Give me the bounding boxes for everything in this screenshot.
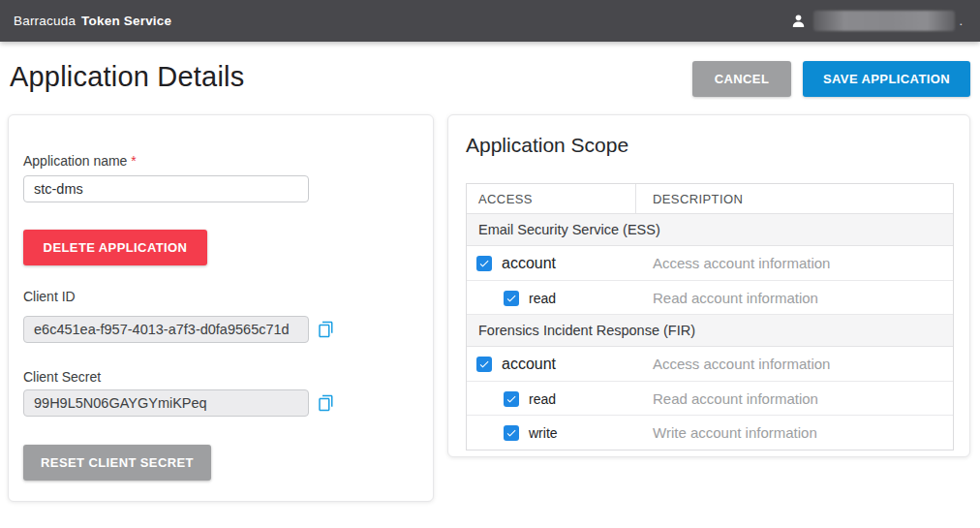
topbar: Barracuda Token Service . — [0, 0, 980, 42]
user-name-redacted — [813, 11, 955, 31]
checkmark-icon — [478, 258, 490, 269]
scope-row-description: Access account information — [636, 347, 953, 381]
scope-checkbox[interactable] — [504, 425, 519, 441]
client-id-input — [23, 316, 309, 343]
description-column-header-text: DESCRIPTION — [653, 192, 743, 206]
scope-section-label: Forensics Incident Response (FIR) — [478, 323, 695, 338]
scope-row-access-cell: account — [467, 347, 636, 381]
scope-row-description: Access account information — [636, 246, 953, 280]
product-name: Token Service — [81, 14, 171, 28]
scope-title: Application Scope — [466, 134, 628, 157]
scope-row-label: read — [529, 291, 556, 306]
scope-checkbox[interactable] — [504, 291, 519, 306]
checkmark-icon — [505, 293, 517, 304]
scope-row: read Read account information — [467, 281, 953, 315]
application-scope-card: Application Scope ACCESS DESCRIPTION Ema… — [447, 114, 970, 457]
scope-row: account Access account information — [467, 246, 953, 281]
scope-row: read Read account information — [467, 382, 953, 416]
user-name-suffix: . — [959, 14, 963, 28]
scope-row-access-cell: read — [467, 281, 636, 315]
copy-client-secret-button[interactable] — [317, 392, 336, 414]
reset-client-secret-button[interactable]: RESET CLIENT SECRET — [23, 445, 211, 481]
scope-row-access-cell: account — [467, 246, 636, 280]
cancel-button[interactable]: CANCEL — [692, 61, 791, 97]
scope-row-label: account — [502, 356, 556, 373]
description-column-header: DESCRIPTION — [636, 184, 953, 213]
scope-row-description: Read account information — [636, 382, 953, 415]
copy-client-id-button[interactable] — [317, 319, 336, 340]
checkmark-icon — [478, 358, 490, 370]
application-details-card: Application name * DELETE APPLICATION Cl… — [8, 114, 434, 502]
checkmark-icon — [505, 427, 517, 439]
scope-row-label: account — [502, 255, 556, 272]
copy-icon — [317, 394, 334, 412]
required-asterisk: * — [131, 153, 136, 169]
client-secret-label: Client Secret — [23, 369, 101, 385]
brand: Barracuda Token Service — [14, 14, 171, 28]
client-secret-input — [23, 389, 309, 417]
client-id-label: Client ID — [23, 289, 76, 304]
page-title: Application Details — [10, 61, 244, 93]
scope-row: write Write account information — [467, 416, 953, 450]
scope-checkbox[interactable] — [504, 391, 519, 407]
scope-checkbox[interactable] — [476, 357, 492, 372]
scope-row-access-cell: read — [467, 382, 636, 416]
scope-row-access-cell: write — [467, 416, 636, 450]
copy-icon — [317, 321, 334, 338]
scope-table-body: Email Security Service (ESS) account Acc… — [467, 214, 953, 450]
scope-row-label: read — [529, 391, 556, 407]
save-application-button[interactable]: SAVE APPLICATION — [803, 61, 970, 97]
application-name-input[interactable] — [23, 175, 309, 202]
user-menu[interactable]: . — [790, 0, 963, 42]
scope-row-description: Write account information — [636, 416, 953, 450]
person-icon — [790, 13, 807, 29]
checkmark-icon — [505, 393, 517, 405]
access-column-header-text: ACCESS — [478, 192, 533, 206]
scope-row-label: write — [529, 425, 558, 441]
scope-row: account Access account information — [467, 347, 953, 382]
scope-table-header: ACCESS DESCRIPTION — [467, 184, 953, 214]
scope-section-row: Forensics Incident Response (FIR) — [467, 315, 953, 347]
scope-table: ACCESS DESCRIPTION Email Security Servic… — [466, 183, 954, 450]
application-name-label: Application name * — [23, 153, 137, 169]
scope-checkbox[interactable] — [476, 256, 492, 271]
scope-row-description: Read account information — [636, 281, 953, 314]
scope-section-row: Email Security Service (ESS) — [467, 214, 953, 246]
delete-application-button[interactable]: DELETE APPLICATION — [23, 230, 207, 265]
brand-name: Barracuda — [14, 14, 76, 28]
application-name-label-text: Application name — [23, 153, 127, 169]
scope-section-label: Email Security Service (ESS) — [478, 222, 660, 237]
access-column-header: ACCESS — [467, 184, 636, 213]
